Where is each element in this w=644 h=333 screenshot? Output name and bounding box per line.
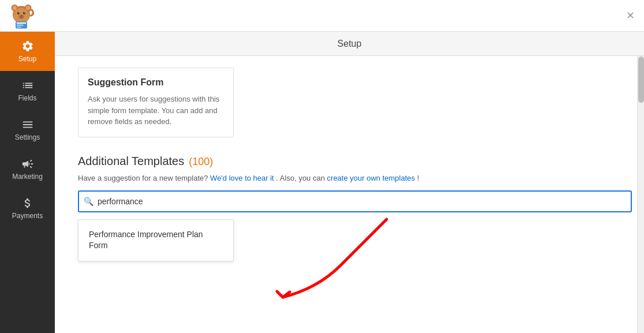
svg-point-7 (23, 12, 25, 14)
search-result-item[interactable]: Performance Improvement Plan Form (78, 220, 233, 261)
settings-icon (21, 118, 34, 131)
suggestion-link-hear-it[interactable]: We'd love to hear it (210, 174, 274, 182)
suggestion-form-desc: Ask your users for suggestions with this… (88, 93, 224, 128)
sidebar-item-marketing[interactable]: Marketing (0, 149, 55, 189)
title-bar: ✕ (0, 0, 644, 32)
sidebar: Setup Fields Settings Marketing Payments (0, 32, 55, 333)
suggestion-form-card[interactable]: Suggestion Form Ask your users for sugge… (78, 68, 234, 137)
payments-icon (21, 197, 34, 209)
sidebar-item-marketing-label: Marketing (12, 173, 43, 181)
close-button[interactable]: ✕ (626, 9, 635, 22)
search-icon: 🔍 (84, 197, 93, 206)
header-bar: Setup (55, 32, 644, 56)
sidebar-item-settings[interactable]: Settings (0, 110, 55, 149)
fields-icon (21, 79, 34, 92)
svg-point-8 (18, 13, 19, 13)
setup-icon (21, 40, 34, 53)
svg-point-11 (20, 16, 22, 17)
sidebar-item-fields-label: Fields (18, 94, 36, 102)
sidebar-item-setup[interactable]: Setup (0, 32, 55, 71)
sidebar-item-payments[interactable]: Payments (0, 189, 55, 228)
suggestion-form-title: Suggestion Form (88, 77, 224, 88)
templates-count: (100) (189, 156, 213, 168)
suggestion-text-mid: . Also, you can (276, 174, 325, 182)
suggestion-text: Have a suggestion for a new template? We… (78, 174, 627, 182)
search-input[interactable] (78, 190, 632, 212)
sidebar-item-fields[interactable]: Fields (0, 71, 55, 110)
main-content: Suggestion Form Ask your users for sugge… (55, 56, 644, 333)
additional-templates-label: Additional Templates (78, 155, 184, 168)
marketing-icon (21, 158, 34, 170)
svg-rect-14 (17, 25, 24, 26)
suggestion-text-before: Have a suggestion for a new template? (78, 174, 208, 182)
svg-point-9 (24, 13, 25, 13)
additional-templates-heading: Additional Templates (100) (78, 155, 627, 168)
svg-point-4 (26, 6, 30, 10)
header-title: Setup (338, 39, 362, 49)
svg-rect-15 (17, 27, 21, 28)
suggestion-text-after: ! (417, 174, 420, 182)
sidebar-item-payments-label: Payments (12, 212, 43, 220)
sidebar-item-setup-label: Setup (18, 55, 36, 63)
scrollbar-track[interactable] (637, 56, 644, 333)
svg-point-3 (13, 6, 17, 10)
suggestion-link-own-templates[interactable]: create your own templates (327, 174, 415, 182)
svg-rect-13 (17, 23, 27, 24)
svg-point-6 (17, 12, 20, 14)
search-wrapper: 🔍 (78, 190, 632, 212)
sidebar-item-settings-label: Settings (15, 133, 40, 141)
bear-logo (7, 1, 36, 30)
search-results-dropdown: Performance Improvement Plan Form (78, 219, 234, 261)
scrollbar-thumb[interactable] (638, 57, 644, 103)
